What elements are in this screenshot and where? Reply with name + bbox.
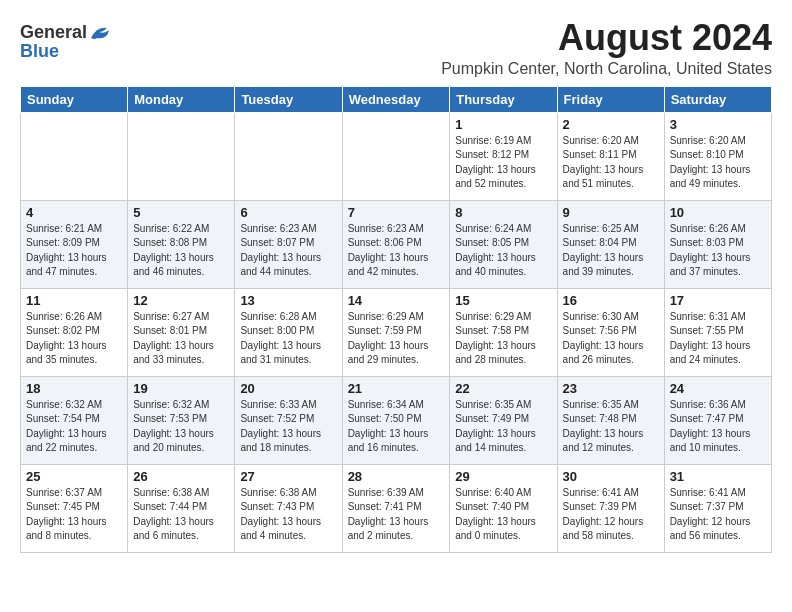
day-info: Sunrise: 6:38 AM Sunset: 7:43 PM Dayligh… xyxy=(240,486,336,544)
day-number: 5 xyxy=(133,205,229,220)
calendar-cell: 7Sunrise: 6:23 AM Sunset: 8:06 PM Daylig… xyxy=(342,200,450,288)
day-number: 16 xyxy=(563,293,659,308)
day-number: 2 xyxy=(563,117,659,132)
calendar-cell xyxy=(235,112,342,200)
calendar-cell: 8Sunrise: 6:24 AM Sunset: 8:05 PM Daylig… xyxy=(450,200,557,288)
day-info: Sunrise: 6:26 AM Sunset: 8:03 PM Dayligh… xyxy=(670,222,766,280)
day-info: Sunrise: 6:34 AM Sunset: 7:50 PM Dayligh… xyxy=(348,398,445,456)
day-number: 31 xyxy=(670,469,766,484)
day-info: Sunrise: 6:41 AM Sunset: 7:39 PM Dayligh… xyxy=(563,486,659,544)
day-info: Sunrise: 6:26 AM Sunset: 8:02 PM Dayligh… xyxy=(26,310,122,368)
calendar-week-3: 11Sunrise: 6:26 AM Sunset: 8:02 PM Dayli… xyxy=(21,288,772,376)
calendar-cell: 15Sunrise: 6:29 AM Sunset: 7:58 PM Dayli… xyxy=(450,288,557,376)
calendar-cell: 18Sunrise: 6:32 AM Sunset: 7:54 PM Dayli… xyxy=(21,376,128,464)
calendar-cell: 6Sunrise: 6:23 AM Sunset: 8:07 PM Daylig… xyxy=(235,200,342,288)
day-number: 15 xyxy=(455,293,551,308)
calendar-cell xyxy=(128,112,235,200)
logo-bird-icon xyxy=(89,24,111,42)
day-info: Sunrise: 6:24 AM Sunset: 8:05 PM Dayligh… xyxy=(455,222,551,280)
day-number: 27 xyxy=(240,469,336,484)
col-sunday: Sunday xyxy=(21,86,128,112)
day-info: Sunrise: 6:29 AM Sunset: 7:58 PM Dayligh… xyxy=(455,310,551,368)
calendar-cell: 4Sunrise: 6:21 AM Sunset: 8:09 PM Daylig… xyxy=(21,200,128,288)
col-tuesday: Tuesday xyxy=(235,86,342,112)
day-number: 24 xyxy=(670,381,766,396)
calendar: Sunday Monday Tuesday Wednesday Thursday… xyxy=(20,86,772,553)
day-number: 1 xyxy=(455,117,551,132)
day-number: 8 xyxy=(455,205,551,220)
calendar-cell: 27Sunrise: 6:38 AM Sunset: 7:43 PM Dayli… xyxy=(235,464,342,552)
calendar-cell: 22Sunrise: 6:35 AM Sunset: 7:49 PM Dayli… xyxy=(450,376,557,464)
calendar-cell: 28Sunrise: 6:39 AM Sunset: 7:41 PM Dayli… xyxy=(342,464,450,552)
calendar-cell xyxy=(21,112,128,200)
day-info: Sunrise: 6:39 AM Sunset: 7:41 PM Dayligh… xyxy=(348,486,445,544)
calendar-week-2: 4Sunrise: 6:21 AM Sunset: 8:09 PM Daylig… xyxy=(21,200,772,288)
day-info: Sunrise: 6:40 AM Sunset: 7:40 PM Dayligh… xyxy=(455,486,551,544)
header-row: Sunday Monday Tuesday Wednesday Thursday… xyxy=(21,86,772,112)
calendar-week-5: 25Sunrise: 6:37 AM Sunset: 7:45 PM Dayli… xyxy=(21,464,772,552)
day-info: Sunrise: 6:37 AM Sunset: 7:45 PM Dayligh… xyxy=(26,486,122,544)
day-info: Sunrise: 6:28 AM Sunset: 8:00 PM Dayligh… xyxy=(240,310,336,368)
day-info: Sunrise: 6:32 AM Sunset: 7:53 PM Dayligh… xyxy=(133,398,229,456)
col-saturday: Saturday xyxy=(664,86,771,112)
col-monday: Monday xyxy=(128,86,235,112)
day-number: 7 xyxy=(348,205,445,220)
day-info: Sunrise: 6:20 AM Sunset: 8:11 PM Dayligh… xyxy=(563,134,659,192)
calendar-cell: 11Sunrise: 6:26 AM Sunset: 8:02 PM Dayli… xyxy=(21,288,128,376)
day-info: Sunrise: 6:35 AM Sunset: 7:49 PM Dayligh… xyxy=(455,398,551,456)
day-number: 4 xyxy=(26,205,122,220)
day-number: 20 xyxy=(240,381,336,396)
day-info: Sunrise: 6:41 AM Sunset: 7:37 PM Dayligh… xyxy=(670,486,766,544)
calendar-cell: 13Sunrise: 6:28 AM Sunset: 8:00 PM Dayli… xyxy=(235,288,342,376)
calendar-cell: 16Sunrise: 6:30 AM Sunset: 7:56 PM Dayli… xyxy=(557,288,664,376)
day-number: 11 xyxy=(26,293,122,308)
calendar-cell: 17Sunrise: 6:31 AM Sunset: 7:55 PM Dayli… xyxy=(664,288,771,376)
calendar-cell: 29Sunrise: 6:40 AM Sunset: 7:40 PM Dayli… xyxy=(450,464,557,552)
day-info: Sunrise: 6:36 AM Sunset: 7:47 PM Dayligh… xyxy=(670,398,766,456)
day-info: Sunrise: 6:33 AM Sunset: 7:52 PM Dayligh… xyxy=(240,398,336,456)
calendar-cell: 2Sunrise: 6:20 AM Sunset: 8:11 PM Daylig… xyxy=(557,112,664,200)
day-info: Sunrise: 6:23 AM Sunset: 8:06 PM Dayligh… xyxy=(348,222,445,280)
logo: General Blue xyxy=(20,22,111,62)
day-info: Sunrise: 6:38 AM Sunset: 7:44 PM Dayligh… xyxy=(133,486,229,544)
day-number: 30 xyxy=(563,469,659,484)
day-info: Sunrise: 6:25 AM Sunset: 8:04 PM Dayligh… xyxy=(563,222,659,280)
day-info: Sunrise: 6:35 AM Sunset: 7:48 PM Dayligh… xyxy=(563,398,659,456)
day-number: 25 xyxy=(26,469,122,484)
header: General Blue August 2024 Pumpkin Center,… xyxy=(20,18,772,78)
day-number: 10 xyxy=(670,205,766,220)
day-info: Sunrise: 6:19 AM Sunset: 8:12 PM Dayligh… xyxy=(455,134,551,192)
day-number: 22 xyxy=(455,381,551,396)
day-number: 29 xyxy=(455,469,551,484)
calendar-cell: 10Sunrise: 6:26 AM Sunset: 8:03 PM Dayli… xyxy=(664,200,771,288)
calendar-cell: 30Sunrise: 6:41 AM Sunset: 7:39 PM Dayli… xyxy=(557,464,664,552)
calendar-cell: 3Sunrise: 6:20 AM Sunset: 8:10 PM Daylig… xyxy=(664,112,771,200)
day-info: Sunrise: 6:21 AM Sunset: 8:09 PM Dayligh… xyxy=(26,222,122,280)
page: General Blue August 2024 Pumpkin Center,… xyxy=(0,0,792,567)
main-title: August 2024 xyxy=(441,18,772,58)
day-number: 18 xyxy=(26,381,122,396)
day-info: Sunrise: 6:27 AM Sunset: 8:01 PM Dayligh… xyxy=(133,310,229,368)
day-info: Sunrise: 6:29 AM Sunset: 7:59 PM Dayligh… xyxy=(348,310,445,368)
day-number: 26 xyxy=(133,469,229,484)
calendar-cell: 1Sunrise: 6:19 AM Sunset: 8:12 PM Daylig… xyxy=(450,112,557,200)
calendar-cell: 25Sunrise: 6:37 AM Sunset: 7:45 PM Dayli… xyxy=(21,464,128,552)
day-number: 3 xyxy=(670,117,766,132)
calendar-cell: 21Sunrise: 6:34 AM Sunset: 7:50 PM Dayli… xyxy=(342,376,450,464)
calendar-week-1: 1Sunrise: 6:19 AM Sunset: 8:12 PM Daylig… xyxy=(21,112,772,200)
logo-blue-text: Blue xyxy=(20,41,59,61)
day-info: Sunrise: 6:22 AM Sunset: 8:08 PM Dayligh… xyxy=(133,222,229,280)
logo-general-text: General xyxy=(20,22,87,43)
day-number: 28 xyxy=(348,469,445,484)
day-number: 13 xyxy=(240,293,336,308)
col-friday: Friday xyxy=(557,86,664,112)
day-number: 9 xyxy=(563,205,659,220)
calendar-cell: 23Sunrise: 6:35 AM Sunset: 7:48 PM Dayli… xyxy=(557,376,664,464)
calendar-cell: 12Sunrise: 6:27 AM Sunset: 8:01 PM Dayli… xyxy=(128,288,235,376)
calendar-cell: 14Sunrise: 6:29 AM Sunset: 7:59 PM Dayli… xyxy=(342,288,450,376)
title-block: August 2024 Pumpkin Center, North Caroli… xyxy=(441,18,772,78)
calendar-cell: 5Sunrise: 6:22 AM Sunset: 8:08 PM Daylig… xyxy=(128,200,235,288)
col-wednesday: Wednesday xyxy=(342,86,450,112)
calendar-cell: 24Sunrise: 6:36 AM Sunset: 7:47 PM Dayli… xyxy=(664,376,771,464)
day-info: Sunrise: 6:32 AM Sunset: 7:54 PM Dayligh… xyxy=(26,398,122,456)
